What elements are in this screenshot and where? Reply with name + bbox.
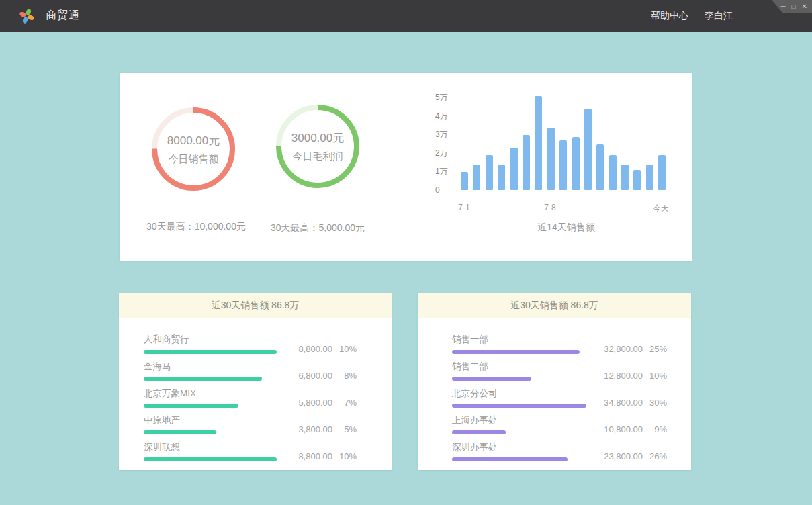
minimize-icon[interactable]: ─ <box>780 3 785 10</box>
row-label: 北京万象MIX <box>144 387 238 400</box>
list-item: 金海马6,800.008% <box>144 354 357 381</box>
panel-rows-0: 人和商贸行8,800.0010%金海马6,800.008%北京万象MIX5,80… <box>119 318 392 461</box>
username-menu[interactable]: 李白江 <box>705 10 733 22</box>
row-value: 3,800.00 <box>288 425 332 434</box>
titlebar: 商贸通 帮助中心 李白江 ─ □ ✕ <box>0 0 812 32</box>
profit-30d-max: 30天最高：5,000.00元 <box>237 222 398 234</box>
row-bar <box>452 430 506 434</box>
today-summary-panel: 8000.00元 今日销售额 30天最高：10,000.00元 3000.00元… <box>120 73 692 261</box>
row-bar <box>144 404 238 408</box>
row-percent: 26% <box>643 452 667 461</box>
daily-bar <box>547 128 555 190</box>
y-tick-label: 3万 <box>435 130 458 139</box>
close-icon[interactable]: ✕ <box>802 3 807 10</box>
row-label: 人和商贸行 <box>144 334 277 346</box>
list-item: 中原地产3,800.005% <box>144 408 357 434</box>
row-label: 金海马 <box>144 361 262 373</box>
daily-bar <box>486 155 493 190</box>
x-tick-first-day: 7-1 <box>458 203 469 212</box>
row-value: 10,800.00 <box>598 425 643 434</box>
list-item: 深圳联想8,800.0010% <box>144 434 357 461</box>
customer-panel-title: 近30天销售额 86.8万 <box>119 293 392 318</box>
row-label: 深圳办事处 <box>452 441 568 453</box>
app-window: 商贸通 帮助中心 李白江 ─ □ ✕ 8000.00元 今日销售额 30天最高：… <box>0 0 812 505</box>
row-percent: 5% <box>332 425 357 434</box>
row-value: 23,800.00 <box>598 452 643 461</box>
today-sales-label: 今日销售额 <box>169 153 219 166</box>
row-percent: 30% <box>643 398 667 408</box>
daily-bar <box>473 165 480 190</box>
daily-chart-caption: 近14天销售额 <box>486 222 647 234</box>
row-bar <box>144 457 277 461</box>
row-value: 32,800.00 <box>598 345 643 354</box>
x-tick-mid-day: 7-8 <box>544 203 555 212</box>
row-percent: 10% <box>332 452 357 461</box>
daily-bar <box>461 172 468 190</box>
row-bar <box>452 457 568 461</box>
today-profit-donut: 3000.00元 今日毛利润 <box>271 99 365 193</box>
list-item: 上海办事处10,800.009% <box>452 408 667 434</box>
y-tick-label: 4万 <box>435 111 458 121</box>
row-label: 销售二部 <box>452 361 531 373</box>
row-percent: 10% <box>643 371 667 381</box>
list-item: 北京分公司34,800.0030% <box>452 381 667 408</box>
daily-bar <box>523 135 530 190</box>
list-item: 销售二部12,800.0010% <box>452 354 667 381</box>
y-tick-label: 0 <box>435 185 458 195</box>
daily-bar <box>658 155 666 190</box>
today-profit-value: 3000.00元 <box>291 130 344 146</box>
list-item: 北京万象MIX5,800.007% <box>144 381 357 408</box>
row-percent: 9% <box>643 425 667 434</box>
daily-chart-y-axis: 5万4万3万2万1万0 <box>435 93 458 195</box>
row-percent: 7% <box>332 398 357 408</box>
daily-bars <box>461 95 666 190</box>
daily-bar <box>633 170 641 190</box>
today-sales-value: 8000.00元 <box>167 133 220 148</box>
today-sales-donut: 8000.00元 今日销售额 <box>146 102 240 196</box>
daily-bar <box>646 165 653 190</box>
panel-rows-1: 销售一部32,800.0025%销售二部12,800.0010%北京分公司34,… <box>418 318 691 461</box>
daily-bar <box>498 165 505 190</box>
row-value: 5,800.00 <box>288 398 332 408</box>
row-bar <box>144 350 277 354</box>
row-label: 上海办事处 <box>452 414 506 426</box>
daily-bar <box>572 137 580 190</box>
list-item: 销售一部32,800.0025% <box>452 327 667 354</box>
daily-bar <box>535 96 542 190</box>
help-center-link[interactable]: 帮助中心 <box>651 10 688 22</box>
row-bar <box>452 350 580 354</box>
row-bar <box>452 404 586 408</box>
daily-bar <box>596 144 604 191</box>
row-label: 中原地产 <box>144 414 216 426</box>
department-panel-title: 近30天销售额 86.8万 <box>418 293 691 318</box>
row-label: 北京分公司 <box>452 387 586 400</box>
maximize-icon[interactable]: □ <box>792 3 796 10</box>
row-percent: 25% <box>643 345 667 354</box>
pinwheel-logo-icon <box>18 7 36 25</box>
titlebar-nav: 帮助中心 李白江 <box>651 10 733 22</box>
window-controls: ─ □ ✕ <box>772 0 812 13</box>
row-label: 深圳联想 <box>144 441 277 453</box>
y-tick-label: 2万 <box>435 148 458 158</box>
today-profit-label: 今日毛利润 <box>293 150 343 163</box>
department-sales-panel: 近30天销售额 86.8万 销售一部32,800.0025%销售二部12,800… <box>418 293 691 470</box>
row-value: 34,800.00 <box>598 398 643 408</box>
row-bar <box>452 377 531 381</box>
row-bar <box>144 377 262 381</box>
daily-bar <box>609 155 617 190</box>
daily-bar <box>510 148 518 190</box>
row-value: 8,800.00 <box>288 345 332 354</box>
x-tick-today: 今天 <box>653 203 669 214</box>
row-label: 销售一部 <box>452 334 580 346</box>
row-percent: 8% <box>332 371 357 381</box>
row-percent: 10% <box>332 345 357 354</box>
app-title: 商贸通 <box>46 9 80 23</box>
daily-bar <box>559 140 567 190</box>
row-value: 12,800.00 <box>598 371 643 381</box>
row-bar <box>144 430 216 434</box>
daily-bar <box>584 109 592 190</box>
list-item: 人和商贸行8,800.0010% <box>144 327 357 354</box>
customer-sales-panel: 近30天销售额 86.8万 人和商贸行8,800.0010%金海马6,800.0… <box>119 293 392 470</box>
list-item: 深圳办事处23,800.0026% <box>452 434 667 461</box>
y-tick-label: 1万 <box>435 167 458 176</box>
